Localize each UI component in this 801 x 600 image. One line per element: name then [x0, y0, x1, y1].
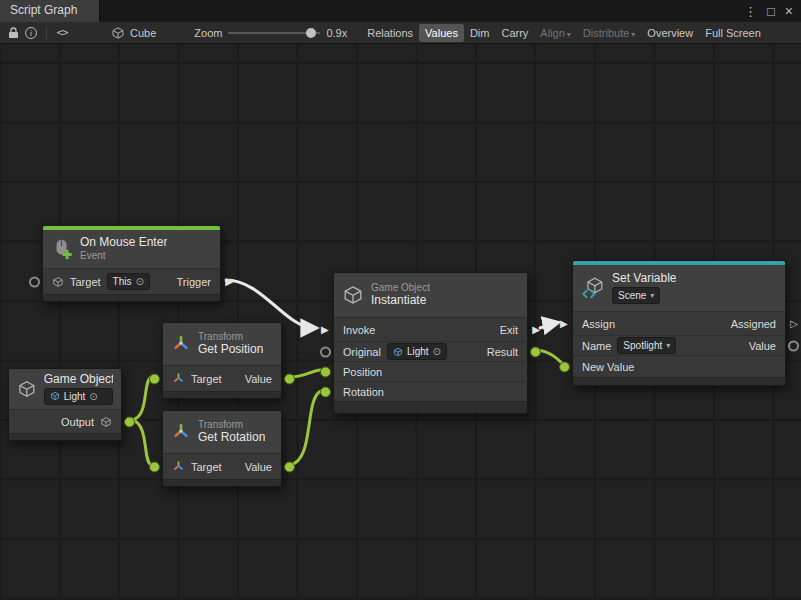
target-label: Target — [70, 276, 101, 288]
assign-label: Assign — [582, 318, 615, 330]
target-label: Target — [191, 373, 222, 385]
position-label: Position — [343, 366, 382, 378]
gameobject-mini-icon — [100, 416, 112, 428]
new-value-port[interactable] — [559, 361, 570, 372]
zoom-label: Zoom — [194, 27, 222, 39]
tab-script-graph[interactable]: Script Graph — [0, 0, 100, 22]
distribute-button[interactable]: Distribute▾ — [577, 24, 641, 42]
wire-result-to-new-value[interactable] — [538, 350, 561, 362]
gameobject-blue-cube-icon — [393, 347, 403, 357]
output-port[interactable] — [124, 416, 135, 427]
chevron-down-icon: ▾ — [567, 30, 571, 39]
object-picker-icon[interactable]: ⊙ — [89, 390, 97, 403]
node-on-mouse-enter[interactable]: On Mouse Enter Event Target This ⊙ Trigg… — [42, 225, 221, 302]
target-label: Target — [191, 461, 222, 473]
node-title: Set Variable — [612, 272, 676, 286]
target-object-field[interactable]: This ⊙ — [107, 273, 150, 290]
assign-flow-port[interactable]: ▶ — [560, 318, 568, 328]
gameobject-mini-icon — [52, 276, 64, 288]
variable-scope-dropdown[interactable]: Scene ▾ — [612, 287, 660, 304]
node-title: On Mouse Enter — [80, 236, 167, 250]
transform-icon — [171, 334, 191, 354]
self-port[interactable] — [29, 276, 40, 287]
values-button[interactable]: Values — [419, 24, 464, 42]
relations-button[interactable]: Relations — [361, 24, 419, 42]
node-subtitle: Event — [80, 250, 167, 262]
chevron-down-icon: ▾ — [631, 30, 635, 39]
cube-icon — [342, 284, 364, 306]
graph-toolbar: i <> Cube Zoom 0.9x Relations Values Dim… — [0, 22, 801, 44]
trigger-label: Trigger — [177, 276, 211, 288]
lock-icon[interactable] — [4, 25, 22, 41]
zoom-slider-handle[interactable] — [306, 28, 316, 38]
zoom-value: 0.9x — [326, 27, 347, 39]
edit-code-icon[interactable]: <> — [53, 25, 71, 41]
new-value-label: New Value — [582, 361, 634, 373]
node-get-position[interactable]: Transform Get Position Target Value — [162, 322, 282, 399]
graph-context[interactable]: Cube — [111, 26, 156, 40]
rotation-port[interactable] — [320, 386, 331, 397]
value-label: Value — [245, 373, 272, 385]
target-port[interactable] — [149, 373, 160, 384]
original-object-field[interactable]: Light ⊙ — [387, 343, 447, 360]
original-port[interactable] — [320, 346, 331, 357]
script-graph-window: Script Graph ⋮ □ × i <> Cube Zoom 0.9x — [0, 0, 801, 600]
wire-getrotation-to-rotation[interactable] — [290, 391, 321, 465]
value-label: Value — [749, 340, 776, 352]
value-port[interactable] — [284, 461, 295, 472]
original-label: Original — [343, 346, 381, 358]
object-picker-icon[interactable]: ⊙ — [135, 275, 143, 288]
result-port[interactable] — [530, 346, 541, 357]
chevron-down-icon: ▾ — [666, 339, 670, 352]
object-picker-icon[interactable]: ⊙ — [433, 345, 441, 358]
value-port[interactable] — [788, 340, 799, 351]
node-light-gameobject[interactable]: Game Object Light ⊙ Output — [8, 368, 122, 441]
node-get-rotation[interactable]: Transform Get Rotation Target Value — [162, 410, 282, 487]
transform-mini-icon — [172, 460, 185, 473]
wire-light-to-getposition-target[interactable] — [132, 377, 152, 420]
assigned-flow-port[interactable]: ▷ — [790, 318, 798, 328]
value-label: Value — [245, 461, 272, 473]
mouse-event-icon — [51, 238, 73, 260]
value-port[interactable] — [284, 373, 295, 384]
position-port[interactable] — [320, 366, 331, 377]
tab-bar: Script Graph ⋮ □ × — [0, 0, 801, 22]
trigger-flow-port[interactable]: ▶ — [225, 276, 233, 286]
carry-button[interactable]: Carry — [495, 24, 534, 42]
wire-trigger-to-invoke[interactable] — [226, 280, 314, 328]
name-label: Name — [582, 340, 611, 352]
info-icon[interactable]: i — [22, 25, 40, 41]
context-label: Cube — [130, 27, 156, 39]
exit-flow-port[interactable]: ▶ — [532, 324, 540, 334]
transform-mini-icon — [172, 372, 185, 385]
light-object-field[interactable]: Light ⊙ — [44, 388, 113, 405]
cube-icon — [111, 26, 125, 40]
maximize-icon[interactable]: □ — [767, 5, 775, 18]
node-set-variable[interactable]: Set Variable Scene ▾ ▶ Assign Assigned ▷… — [572, 260, 786, 386]
assigned-label: Assigned — [731, 318, 776, 330]
cube-icon — [17, 379, 37, 399]
result-label: Result — [487, 346, 518, 358]
fullscreen-button[interactable]: Full Screen — [699, 24, 767, 42]
invoke-label: Invoke — [343, 324, 375, 336]
wire-light-to-getrotation-target[interactable] — [132, 420, 152, 465]
gameobject-blue-cube-icon — [50, 391, 60, 401]
transform-icon — [171, 422, 191, 442]
node-title: Get Rotation — [198, 431, 265, 445]
target-port[interactable] — [149, 461, 160, 472]
window-menu-icon[interactable]: ⋮ — [744, 5, 757, 18]
close-icon[interactable]: × — [785, 4, 793, 18]
node-title: Instantiate — [371, 294, 430, 308]
node-instantiate[interactable]: Game Object Instantiate ▶ Invoke Exit ▶ … — [333, 272, 528, 414]
wire-exit-to-assign[interactable] — [540, 323, 556, 328]
chevron-down-icon: ▾ — [650, 289, 654, 302]
rotation-label: Rotation — [343, 386, 384, 398]
align-button[interactable]: Align▾ — [534, 24, 576, 42]
exit-label: Exit — [500, 324, 518, 336]
zoom-slider[interactable] — [228, 26, 320, 40]
variable-name-dropdown[interactable]: Spotlight ▾ — [617, 337, 676, 354]
invoke-flow-port[interactable]: ▶ — [321, 324, 329, 334]
overview-button[interactable]: Overview — [641, 24, 699, 42]
dim-button[interactable]: Dim — [464, 24, 496, 42]
graph-canvas[interactable]: On Mouse Enter Event Target This ⊙ Trigg… — [0, 44, 801, 600]
